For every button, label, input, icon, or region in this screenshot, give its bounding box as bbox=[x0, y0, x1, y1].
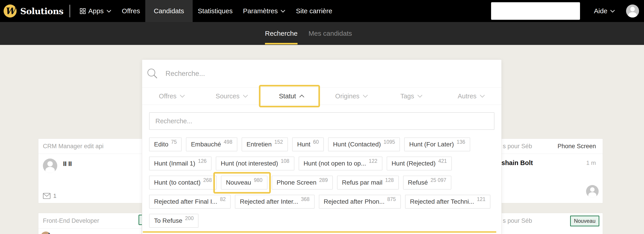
nav-item-label: Candidats bbox=[154, 7, 184, 15]
user-avatar[interactable] bbox=[626, 4, 639, 18]
active-tab-underline bbox=[265, 43, 298, 44]
status-chip-embauche[interactable]: Embauché 498 bbox=[186, 138, 237, 151]
nav-item-label: Offres bbox=[122, 7, 140, 15]
filter-tab-label: Sources bbox=[216, 92, 239, 100]
filter-tab-label: Offres bbox=[159, 92, 176, 100]
status-chip-label: Phone Screen bbox=[277, 179, 316, 186]
status-badge: Nouveau bbox=[570, 216, 599, 226]
status-search-box[interactable] bbox=[149, 112, 494, 130]
status-filter-panel: Edito 75 Embauché 498 Entretien 152 Hunt… bbox=[142, 105, 502, 228]
status-chip-phone-screen[interactable]: Phone Screen 289 bbox=[272, 176, 333, 190]
nav-item-offres[interactable]: Offres bbox=[117, 0, 145, 22]
card-body: shain Bolt 1 m bbox=[485, 154, 603, 204]
nav-item-apps[interactable]: Apps bbox=[74, 0, 116, 22]
status-chip-label: Nouveau bbox=[226, 179, 251, 186]
chevron-up-icon bbox=[299, 94, 305, 98]
candidate-card[interactable]: CRM Manager edit api ll ll 1 bbox=[38, 138, 144, 203]
filter-tab-statut[interactable]: Statut bbox=[262, 88, 322, 105]
chevron-down-icon bbox=[362, 94, 368, 98]
global-search-input[interactable] bbox=[496, 4, 577, 18]
candidate-card[interactable]: Front-End Developer bbox=[38, 213, 142, 234]
nav-item-statistiques[interactable]: Statistiques bbox=[193, 0, 238, 22]
filter-tab-offres[interactable]: Offres bbox=[142, 88, 202, 105]
candidate-card[interactable]: s pour Séb Phone Screen shain Bolt 1 m bbox=[485, 138, 603, 203]
nav-item-label: Statistiques bbox=[198, 7, 233, 15]
status-chip-row: Rejected after Final I... 82 Rejected af… bbox=[149, 195, 494, 208]
candidate-name: ll ll bbox=[63, 160, 72, 168]
filter-tab-origines[interactable]: Origines bbox=[322, 88, 382, 105]
status-chip-label: Rejected after Final I... bbox=[154, 198, 217, 205]
modal-search-input[interactable] bbox=[166, 66, 497, 82]
status-chip-count: 498 bbox=[224, 139, 232, 145]
card-job-title: s pour Séb bbox=[503, 143, 532, 150]
status-chip-label: Hunt (Rejected) bbox=[392, 160, 436, 167]
status-chip-hunt-not-interested[interactable]: Hunt (not interested) 108 bbox=[216, 156, 294, 170]
filter-tab-tags[interactable]: Tags bbox=[382, 88, 442, 105]
nav-item-label: Apps bbox=[88, 7, 104, 15]
status-chip-hunt-inmail[interactable]: Hunt (Inmail 1) 126 bbox=[149, 156, 212, 170]
tab-recherche[interactable]: Recherche bbox=[265, 22, 298, 45]
status-chip-rejected-technical[interactable]: Rejected after Techni... 121 bbox=[405, 195, 490, 208]
status-chip-hunt[interactable]: Hunt 60 bbox=[292, 138, 324, 151]
nav-item-aide[interactable]: Aide bbox=[592, 0, 617, 22]
status-chip-row: Edito 75 Embauché 498 Entretien 152 Hunt… bbox=[149, 138, 494, 151]
tab-label: Recherche bbox=[265, 30, 298, 37]
status-chip-count: 60 bbox=[313, 139, 319, 145]
status-chip-count: 25 097 bbox=[430, 177, 446, 183]
tab-mes-candidats[interactable]: Mes candidats bbox=[308, 22, 352, 45]
status-chip-to-refuse[interactable]: To Refuse 200 bbox=[149, 214, 198, 228]
status-chip-row: Hunt (to contact) 268 Nouveau 980 Phone … bbox=[149, 176, 494, 190]
status-chip-count: 368 bbox=[301, 196, 310, 202]
status-chip-label: Rejected after Techni... bbox=[410, 198, 474, 205]
status-chip-hunt-for-later[interactable]: Hunt (For Later) 136 bbox=[404, 138, 470, 151]
app-screen: W Solutions Apps Offres Candidats Sta bbox=[0, 0, 644, 234]
filter-tabs: Offres Sources Statut Origines bbox=[142, 88, 502, 105]
candidate-card[interactable]: s pour Séb Nouveau bbox=[485, 213, 603, 234]
nav-item-parametres[interactable]: Paramètres bbox=[238, 0, 291, 22]
status-chip-label: Embauché bbox=[191, 141, 221, 148]
status-chip-count: 289 bbox=[319, 177, 328, 183]
candidate-avatar bbox=[586, 185, 599, 198]
status-chip-count: 875 bbox=[387, 196, 396, 202]
status-chip-count: 268 bbox=[203, 177, 212, 183]
status-chip-rejected-final[interactable]: Rejected after Final I... 82 bbox=[149, 195, 230, 208]
status-chip-refus-par-mail[interactable]: Refus par mail 128 bbox=[337, 176, 399, 190]
status-chip-nouveau[interactable]: Nouveau 980 bbox=[221, 176, 267, 190]
status-chip-count: 1095 bbox=[384, 139, 395, 145]
status-chip-label: Hunt (Inmail 1) bbox=[154, 160, 195, 167]
chevron-down-icon bbox=[280, 10, 286, 13]
nav-item-site-carriere[interactable]: Site carrière bbox=[291, 0, 338, 22]
filter-tab-label: Autres bbox=[458, 92, 476, 100]
candidate-name: shain Bolt bbox=[502, 159, 533, 167]
filter-tab-sources[interactable]: Sources bbox=[202, 88, 262, 105]
status-chip-count: 75 bbox=[171, 139, 177, 145]
card-header: s pour Séb Phone Screen bbox=[485, 139, 603, 154]
status-chip-label: Entretien bbox=[246, 141, 272, 148]
nav-item-candidats[interactable]: Candidats bbox=[145, 0, 193, 22]
search-modal: Offres Sources Statut Origines bbox=[142, 60, 502, 234]
status-search-input[interactable] bbox=[156, 114, 488, 128]
nav-item-label: Site carrière bbox=[296, 7, 332, 15]
filter-tab-autres[interactable]: Autres bbox=[442, 88, 502, 105]
status-chip-refuse[interactable]: Refusé 25 097 bbox=[403, 176, 451, 190]
card-job-title: s pour Séb bbox=[503, 218, 532, 224]
status-chip-hunt-to-contact[interactable]: Hunt (to contact) 268 bbox=[149, 176, 217, 190]
filter-tab-label: Statut bbox=[279, 92, 296, 100]
status-chip-rejected-inter[interactable]: Rejected after Inter... 368 bbox=[235, 195, 314, 208]
global-search-box[interactable] bbox=[491, 2, 580, 20]
chevron-down-icon bbox=[417, 94, 423, 98]
status-chip-rejected-phone[interactable]: Rejected after Phon... 875 bbox=[319, 195, 401, 208]
nav-item-label: Aide bbox=[594, 7, 608, 15]
status-chip-label: Hunt (not interested) bbox=[221, 160, 278, 167]
status-chip-hunt-not-open[interactable]: Hunt (not open to op... 122 bbox=[299, 156, 382, 170]
envelope-icon bbox=[43, 193, 50, 199]
status-chip-hunt-contacted[interactable]: Hunt (Contacted) 1095 bbox=[328, 138, 400, 151]
status-chip-count: 421 bbox=[438, 158, 447, 164]
status-chip-hunt-rejected[interactable]: Hunt (Rejected) 421 bbox=[387, 156, 452, 170]
card-job-title: Front-End Developer bbox=[43, 218, 99, 224]
status-chip-edito[interactable]: Edito 75 bbox=[149, 138, 182, 151]
brand[interactable]: W Solutions bbox=[4, 4, 63, 18]
status-chip-entretien[interactable]: Entretien 152 bbox=[242, 138, 288, 151]
status-chip-count: 152 bbox=[274, 139, 283, 145]
status-chip-count: 82 bbox=[220, 196, 226, 202]
